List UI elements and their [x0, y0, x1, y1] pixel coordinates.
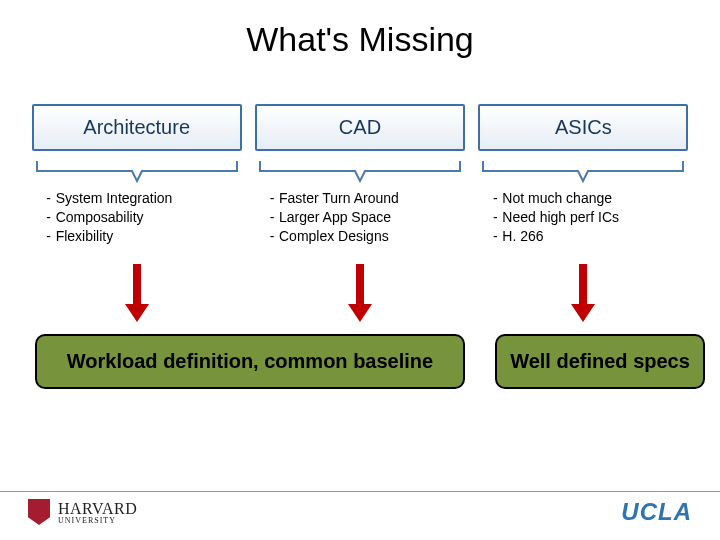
columns-container: Architecture -System Integration -Compos…	[0, 104, 720, 324]
items-cad: -Faster Turn Around -Larger App Space -C…	[255, 189, 465, 246]
column-architecture: Architecture -System Integration -Compos…	[32, 104, 242, 324]
bottom-box-specs: Well defined specs	[495, 334, 705, 389]
column-cad: CAD -Faster Turn Around -Larger App Spac…	[255, 104, 465, 324]
svg-marker-5	[571, 304, 595, 322]
arrow-down-icon	[569, 264, 597, 324]
bracket-icon	[255, 157, 465, 183]
list-item: Need high perf ICs	[502, 208, 619, 227]
items-asics: -Not much change -Need high perf ICs -H.…	[478, 189, 688, 246]
bracket-icon	[478, 157, 688, 183]
harvard-logo: HARVARD UNIVERSITY	[28, 499, 137, 525]
slide-title: What's Missing	[0, 20, 720, 59]
svg-rect-4	[579, 264, 587, 304]
list-item: System Integration	[56, 189, 173, 208]
items-architecture: -System Integration -Composability -Flex…	[32, 189, 242, 246]
svg-marker-1	[125, 304, 149, 322]
arrow-down-icon	[123, 264, 151, 324]
list-item: Faster Turn Around	[279, 189, 399, 208]
svg-rect-0	[133, 264, 141, 304]
heading-architecture: Architecture	[32, 104, 242, 151]
column-asics: ASICs -Not much change -Need high perf I…	[478, 104, 688, 324]
list-item: Larger App Space	[279, 208, 391, 227]
harvard-text: HARVARD	[58, 500, 137, 517]
bottom-row: Workload definition, common baseline Wel…	[0, 334, 720, 389]
list-item: Flexibility	[56, 227, 114, 246]
footer: HARVARD UNIVERSITY UCLA	[0, 491, 720, 526]
ucla-logo: UCLA	[621, 498, 692, 526]
harvard-shield-icon	[28, 499, 50, 525]
list-item: Complex Designs	[279, 227, 389, 246]
bracket-icon	[32, 157, 242, 183]
list-item: Not much change	[502, 189, 612, 208]
heading-cad: CAD	[255, 104, 465, 151]
svg-marker-3	[348, 304, 372, 322]
heading-asics: ASICs	[478, 104, 688, 151]
list-item: Composability	[56, 208, 144, 227]
bottom-box-workload: Workload definition, common baseline	[35, 334, 465, 389]
list-item: H. 266	[502, 227, 543, 246]
arrow-down-icon	[346, 264, 374, 324]
svg-rect-2	[356, 264, 364, 304]
